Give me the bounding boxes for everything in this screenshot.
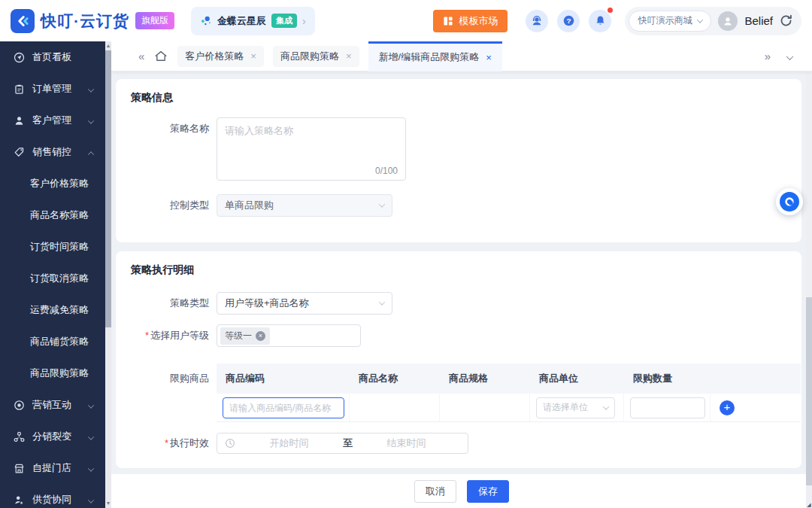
product-code-input[interactable] bbox=[223, 397, 344, 418]
strategy-info-panel: 策略信息 策略名称 0/100 控制类型 单商品限购 bbox=[116, 79, 801, 242]
sidebar-item-supply-collaboration[interactable]: 供货协同 bbox=[0, 484, 105, 508]
scroll-down-arrow-icon[interactable]: ◢ bbox=[806, 501, 812, 508]
sidebar-scrollbar-thumb[interactable] bbox=[105, 50, 111, 327]
refresh-icon[interactable] bbox=[780, 14, 792, 27]
strategy-type-label: 策略类型 bbox=[131, 292, 209, 315]
service-bubble-icon bbox=[780, 192, 799, 211]
column-header: 限购数量 bbox=[624, 364, 710, 394]
chevron-down-icon bbox=[89, 84, 93, 95]
limited-products-label: 限购商品 bbox=[131, 364, 209, 385]
sidebar-item-order-cancel-strategy[interactable]: 订货取消策略 bbox=[0, 263, 105, 294]
strategy-name-label: 策略名称 bbox=[131, 117, 209, 140]
person-icon bbox=[722, 15, 734, 27]
store-selector[interactable]: 快叮演示商城 bbox=[629, 11, 711, 32]
sidebar-item-label: 自提门店 bbox=[32, 461, 71, 475]
range-separator: 至 bbox=[343, 437, 353, 450]
add-row-button[interactable]: + bbox=[720, 400, 735, 415]
sidebar-item-label: 客户管理 bbox=[32, 114, 71, 127]
chevron-down-icon bbox=[89, 431, 93, 443]
sidebar-item-pickup-store[interactable]: 自提门店 bbox=[0, 452, 105, 484]
end-time-placeholder: 结束时间 bbox=[353, 437, 460, 450]
sidebar-item-customer-price-strategy[interactable]: 客户价格策略 bbox=[0, 168, 105, 199]
sidebar-item-sales-control[interactable]: 销售销控 bbox=[0, 136, 105, 168]
column-header: 商品单位 bbox=[530, 364, 624, 394]
sidebar-item-label: 运费减免策略 bbox=[30, 303, 89, 317]
integration-name: 金蝶云星辰 bbox=[217, 14, 266, 28]
chevron-down-icon bbox=[379, 299, 385, 305]
scroll-down-arrow-icon[interactable]: ▼ bbox=[105, 500, 111, 507]
expand-tabs-icon[interactable]: » bbox=[765, 50, 771, 62]
column-header: 商品名称 bbox=[350, 364, 440, 394]
chevron-up-icon bbox=[89, 147, 93, 158]
sidebar-item-label: 分销裂变 bbox=[32, 430, 71, 443]
control-type-label: 控制类型 bbox=[131, 194, 209, 217]
kingdee-dots-icon bbox=[200, 15, 212, 26]
user-level-tag: 等级一 × bbox=[220, 327, 270, 345]
customer-service-button[interactable] bbox=[526, 10, 548, 32]
sidebar-item-freight-discount-strategy[interactable]: 运费减免策略 bbox=[0, 294, 105, 326]
table-header-row: 商品编码 商品名称 商品规格 商品单位 限购数量 bbox=[217, 364, 801, 394]
section-title: 策略信息 bbox=[131, 91, 786, 105]
collapse-tabs-icon[interactable]: « bbox=[138, 50, 144, 62]
sidebar-item-orders[interactable]: 订单管理 bbox=[0, 73, 105, 105]
chevron-down-icon bbox=[89, 400, 93, 411]
chevron-down-icon bbox=[603, 403, 609, 409]
tab-purchase-limit-strategy[interactable]: 商品限购策略 × bbox=[273, 46, 359, 67]
chevron-right-icon: › bbox=[302, 15, 306, 27]
user-level-input[interactable]: 等级一 × bbox=[217, 324, 361, 347]
sidebar-item-label: 商品限购策略 bbox=[30, 367, 89, 380]
sidebar-nav: 首页看板 订单管理 客户管理 销售销控 bbox=[0, 41, 105, 508]
strategy-type-select[interactable]: 用户等级+商品名称 bbox=[217, 292, 392, 315]
sidebar-item-customers[interactable]: 客户管理 bbox=[0, 105, 105, 136]
content-scrollbar[interactable]: ◢ bbox=[806, 71, 812, 508]
tab-edit-purchase-limit-strategy[interactable]: 新增/编辑商品限购策略 × bbox=[368, 41, 502, 71]
sidebar-item-marketing[interactable]: 营销互动 bbox=[0, 389, 105, 421]
sidebar-item-dashboard[interactable]: 首页看板 bbox=[0, 41, 105, 73]
store-name: 快叮演示商城 bbox=[638, 14, 692, 27]
brand-logo-icon bbox=[11, 9, 35, 33]
sidebar-item-purchase-limit-strategy[interactable]: 商品限购策略 bbox=[0, 357, 105, 389]
char-counter: 0/100 bbox=[375, 166, 398, 176]
chevron-down-icon bbox=[379, 201, 385, 207]
cancel-button[interactable]: 取消 bbox=[414, 480, 456, 503]
exec-time-range-picker[interactable]: 开始时间 至 结束时间 bbox=[217, 433, 468, 454]
form-footer: 取消 保存 bbox=[111, 474, 812, 508]
notification-button[interactable] bbox=[589, 10, 611, 32]
exec-time-label: *执行时效 bbox=[131, 433, 209, 454]
close-icon[interactable]: × bbox=[250, 50, 256, 62]
tag-close-icon[interactable]: × bbox=[256, 331, 265, 341]
body: 首页看板 订单管理 客户管理 销售销控 bbox=[0, 41, 812, 508]
strategy-name-input[interactable] bbox=[217, 118, 405, 165]
help-button[interactable]: ? bbox=[557, 10, 580, 32]
username: Belief bbox=[744, 14, 773, 27]
tabs-menu-icon[interactable] bbox=[787, 50, 792, 62]
sidebar-item-product-distribution-strategy[interactable]: 商品铺货策略 bbox=[0, 326, 105, 357]
sidebar-item-distribution[interactable]: 分销裂变 bbox=[0, 421, 105, 452]
sidebar-item-label: 订单管理 bbox=[32, 82, 71, 96]
dashboard-icon bbox=[14, 52, 26, 63]
content-scrollbar-thumb[interactable] bbox=[806, 297, 812, 485]
sidebar-item-label: 营销互动 bbox=[32, 398, 71, 412]
sidebar-item-product-name-strategy[interactable]: 商品名称策略 bbox=[0, 199, 105, 231]
close-icon[interactable]: × bbox=[346, 50, 352, 62]
sidebar-scrollbar[interactable]: ▲ ▼ bbox=[105, 41, 111, 508]
sidebar-item-order-time-strategy[interactable]: 订货时间策略 bbox=[0, 231, 105, 263]
tag-label: 等级一 bbox=[225, 330, 252, 342]
template-market-button[interactable]: 模板市场 bbox=[433, 10, 508, 32]
integration-entry[interactable]: 金蝶云星辰 集成 › bbox=[191, 7, 315, 35]
save-button[interactable]: 保存 bbox=[467, 480, 509, 503]
close-icon[interactable]: × bbox=[486, 52, 492, 63]
tab-label: 新增/编辑商品限购策略 bbox=[379, 50, 480, 64]
template-market-label: 模板市场 bbox=[459, 14, 498, 28]
limit-quantity-input[interactable] bbox=[630, 397, 705, 418]
required-asterisk: * bbox=[165, 437, 168, 449]
home-tab-icon[interactable] bbox=[153, 49, 168, 63]
floating-service-button[interactable] bbox=[776, 188, 803, 215]
tab-customer-price-strategy[interactable]: 客户价格策略 × bbox=[177, 46, 264, 67]
user-avatar[interactable] bbox=[718, 11, 738, 31]
unit-select[interactable]: 请选择单位 bbox=[536, 397, 615, 418]
scroll-up-arrow-icon[interactable]: ▲ bbox=[105, 42, 111, 50]
tab-bar: « 客户价格策略 × 商品限购策略 × 新增/编辑商品限购策略 × » bbox=[111, 41, 812, 71]
user-level-label: *选择用户等级 bbox=[131, 324, 209, 347]
control-type-select[interactable]: 单商品限购 bbox=[217, 194, 392, 217]
